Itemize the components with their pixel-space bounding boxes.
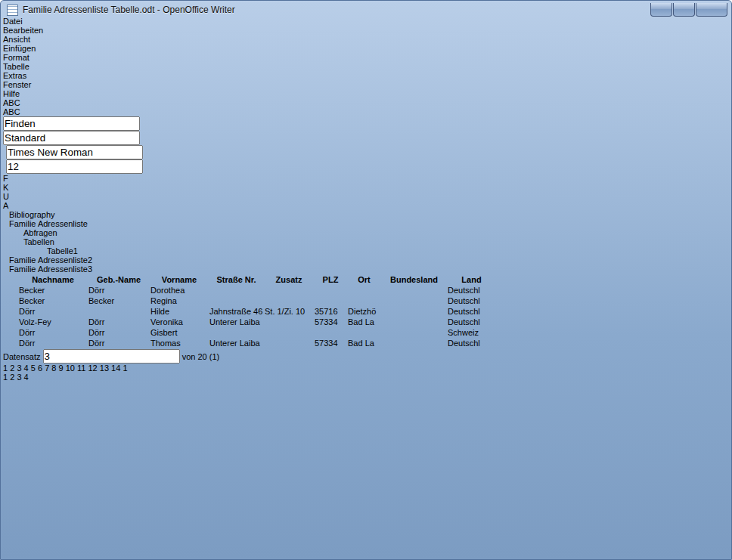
tree-item-tabelle1[interactable]: Tabelle1 [3,246,729,255]
page[interactable]: Hilde Dörr Jahnstraße 46, St. 1/Zi. 108 … [3,382,729,560]
column-header[interactable]: Ort [348,275,380,284]
record-number-input[interactable] [43,349,180,364]
table-cell[interactable]: Dörr [88,328,149,337]
table-cell[interactable]: Becker [19,286,87,295]
table-cell[interactable]: Dietzhö [348,307,380,316]
row-header[interactable] [5,339,17,348]
maximize-button[interactable] [673,3,695,17]
find-input[interactable] [3,116,140,131]
titlebar[interactable]: Familie Adressenliste Tabelle.odt - Open… [3,3,729,17]
row-header[interactable] [5,328,17,337]
menu-einfuegen[interactable]: Einfügen [3,44,729,53]
menu-ansicht[interactable]: Ansicht [3,35,729,44]
table-cell[interactable]: Dörr [19,339,87,348]
table-cell[interactable]: Veronika [150,317,208,326]
table-cell[interactable]: 57334 [315,339,346,348]
table-cell[interactable]: Dörr [88,317,149,326]
table-cell[interactable]: Becker [88,296,149,305]
table-cell[interactable]: 35716 [315,307,346,316]
table-cell[interactable] [382,317,446,326]
tree-item-bibliography[interactable]: Bibliography [3,210,729,219]
close-button[interactable] [696,3,727,17]
paragraph-style-input[interactable] [3,131,140,145]
table-cell[interactable]: Unterer Laiba [209,317,263,326]
font-name-input[interactable] [6,145,143,159]
table-cell[interactable] [265,339,313,348]
italic-button[interactable]: K [3,183,729,192]
table-cell[interactable] [209,328,263,337]
autospellcheck-button[interactable]: ABC [3,107,729,116]
table-cell[interactable] [348,296,380,305]
table-cell[interactable] [265,296,313,305]
table-cell[interactable] [265,328,313,337]
menu-fenster[interactable]: Fenster [3,80,729,89]
menu-format[interactable]: Format [3,53,729,62]
paragraph-style-combo[interactable] [3,131,118,145]
table-cell[interactable] [315,296,346,305]
menu-extras[interactable]: Extras [3,71,729,80]
table-cell[interactable]: Becker [19,296,87,305]
table-cell[interactable]: Dörr [88,286,149,295]
font-size-combo[interactable] [6,159,41,174]
table-cell[interactable] [382,286,446,295]
table-cell[interactable]: Dörr [19,307,87,316]
minimize-button[interactable] [650,3,672,17]
find-combo[interactable] [3,116,79,131]
column-header[interactable]: Land [448,275,495,284]
document-canvas[interactable]: Hilde Dörr Jahnstraße 46, St. 1/Zi. 108 … [3,382,729,560]
table-cell[interactable] [315,328,346,337]
table-cell[interactable] [382,339,446,348]
table-cell[interactable]: Dorothea [150,286,208,295]
column-header[interactable]: Bundesland [382,275,446,284]
vertical-ruler[interactable]: 1 2 3 4 [3,373,729,382]
table-cell[interactable]: Gisbert [150,328,208,337]
table-cell[interactable]: Deutschl [448,339,495,348]
row-header[interactable] [5,286,17,295]
table-cell[interactable]: Jahnstraße 46 [209,307,263,316]
menu-bearbeiten[interactable]: Bearbeiten [3,26,729,35]
table-cell[interactable] [348,286,380,295]
table-cell[interactable]: Hilde [150,307,208,316]
table-cell[interactable]: Volz-Fey [19,317,87,326]
table-cell[interactable] [382,307,446,316]
table-cell[interactable]: Bad La [348,317,380,326]
menu-hilfe[interactable]: Hilfe [3,89,729,98]
table-cell[interactable]: St. 1/Zi. 10 [265,307,313,316]
table-cell[interactable]: Thomas [150,339,208,348]
table-cell[interactable]: Dörr [88,339,149,348]
table-cell[interactable] [348,328,380,337]
font-name-combo[interactable] [6,145,110,159]
table-cell[interactable]: Regina [150,296,208,305]
spellcheck-button[interactable]: ABC [3,98,729,107]
menu-datei[interactable]: Datei [3,17,729,26]
table-cell[interactable]: Schweiz [448,328,495,337]
column-header[interactable]: Geb.-Name [88,275,149,284]
tree-item-tabellen[interactable]: Tabellen [3,237,729,246]
tree-item-familie-adressenliste2[interactable]: Familie Adressenliste2 [3,255,729,265]
horizontal-ruler[interactable]: 1 2 3 4 5 6 7 8 9 10 11 12 13 14 [3,364,729,373]
table-cell[interactable] [382,296,446,305]
tree-item-familie-adressenliste3[interactable]: Familie Adressenliste3 [3,265,729,274]
table-cell[interactable]: Deutschl [448,317,495,326]
table-cell[interactable] [265,317,313,326]
table-cell[interactable] [88,307,149,316]
table-cell[interactable] [265,286,313,295]
table-cell[interactable]: Deutschl [448,286,495,295]
table-cell[interactable] [315,286,346,295]
table-cell[interactable] [209,286,263,295]
column-header[interactable]: Straße Nr. [209,275,263,284]
row-header[interactable] [5,296,17,305]
table-cell[interactable]: Bad La [348,339,380,348]
font-color-button[interactable]: A [3,201,729,210]
table-cell[interactable]: Deutschl [448,296,495,305]
current-row-marker[interactable] [5,307,17,316]
menu-tabelle[interactable]: Tabelle [3,62,729,71]
underline-button[interactable]: U [3,192,729,201]
table-cell[interactable] [382,328,446,337]
table-cell[interactable]: 57334 [315,317,346,326]
tree-item-abfragen[interactable]: Abfragen [3,228,729,237]
tree-item-familie-adressenliste[interactable]: Familie Adressenliste [3,219,729,228]
table-cell[interactable]: Unterer Laiba [209,339,263,348]
table-cell[interactable] [209,296,263,305]
table-cell[interactable]: Dörr [19,328,87,337]
